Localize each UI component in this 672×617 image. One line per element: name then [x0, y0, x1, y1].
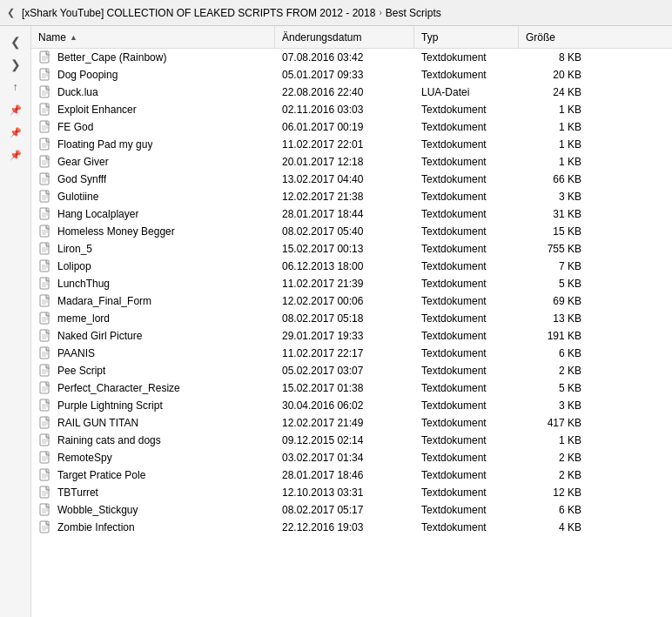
table-row[interactable]: Exploit Enhancer 02.11.2016 03:03 Textdo…	[31, 101, 672, 118]
file-type-label: Textdokument	[414, 225, 519, 238]
file-type-label: Textdokument	[414, 486, 519, 499]
file-type-label: Textdokument	[414, 156, 519, 168]
table-row[interactable]: Lolipop 06.12.2013 18:00 Textdokument 7 …	[31, 258, 672, 275]
back-icon[interactable]: ❮	[7, 33, 24, 50]
file-name: Purple Lightning Script	[57, 399, 163, 412]
table-row[interactable]: Pee Script 05.02.2017 03:07 Textdokument…	[31, 362, 672, 379]
file-size: 2 KB	[519, 469, 588, 481]
forward-icon[interactable]: ❯	[7, 56, 24, 73]
file-name: Zombie Infection	[57, 521, 135, 533]
table-row[interactable]: Gear Giver 20.01.2017 12:18 Textdokument…	[31, 153, 672, 171]
file-type-label: Textdokument	[414, 104, 519, 116]
pin2-icon[interactable]: 📌	[7, 124, 24, 141]
file-type-icon	[38, 346, 52, 360]
file-type-icon	[38, 468, 52, 482]
file-date: 12.10.2013 03:31	[275, 486, 414, 499]
table-row[interactable]: Duck.lua 22.08.2016 22:40 LUA-Datei 24 K…	[31, 84, 672, 101]
table-row[interactable]: meme_lord 08.02.2017 05:18 Textdokument …	[31, 310, 672, 327]
file-name: Liron_5	[57, 243, 92, 255]
column-header-row: Name ▲ Änderungsdatum Typ Größe	[31, 26, 672, 49]
table-row[interactable]: Floating Pad my guy 11.02.2017 22:01 Tex…	[31, 136, 672, 153]
file-size: 4 KB	[519, 521, 588, 533]
file-size: 5 KB	[519, 278, 588, 290]
file-date: 20.01.2017 12:18	[275, 156, 414, 168]
file-size: 6 KB	[519, 347, 588, 359]
table-row[interactable]: Homeless Money Begger 08.02.2017 05:40 T…	[31, 223, 672, 240]
file-name: Gulotiine	[57, 191, 98, 203]
table-row[interactable]: Madara_Final_Form 12.02.2017 00:06 Textd…	[31, 292, 672, 310]
table-row[interactable]: Gulotiine 12.02.2017 21:38 Textdokument …	[31, 188, 672, 205]
pin3-icon[interactable]: 📌	[7, 146, 24, 164]
file-type-label: Textdokument	[414, 260, 519, 272]
file-size: 1 KB	[519, 104, 588, 116]
file-type-icon	[38, 190, 52, 204]
file-name: God Synfff	[57, 173, 106, 185]
table-row[interactable]: RemoteSpy 03.02.2017 01:34 Textdokument …	[31, 449, 672, 466]
breadcrumb-crumb1[interactable]: [xShark YouTube] COLLECTION OF LEAKED SC…	[22, 7, 375, 19]
table-row[interactable]: Better_Cape (Rainbow) 07.08.2016 03:42 T…	[31, 49, 672, 66]
file-size: 15 KB	[519, 225, 588, 238]
file-type-label: Textdokument	[414, 312, 519, 325]
table-row[interactable]: Dog Pooping 05.01.2017 09:33 Textdokumen…	[31, 66, 672, 84]
file-size: 13 KB	[519, 312, 588, 325]
col-header-size[interactable]: Größe	[519, 26, 588, 48]
file-name: FE God	[57, 121, 93, 133]
file-type-label: Textdokument	[414, 504, 519, 516]
file-name: RAIL GUN TITAN	[57, 417, 138, 429]
file-type-icon	[38, 520, 52, 534]
file-size: 20 KB	[519, 69, 588, 81]
table-row[interactable]: RAIL GUN TITAN 12.02.2017 21:49 Textdoku…	[31, 414, 672, 432]
table-row[interactable]: God Synfff 13.02.2017 04:40 Textdokument…	[31, 171, 672, 188]
file-size: 1 KB	[519, 156, 588, 168]
file-type-label: Textdokument	[414, 295, 519, 307]
file-date: 12.02.2017 00:06	[275, 295, 414, 307]
table-row[interactable]: Naked Girl Picture 29.01.2017 19:33 Text…	[31, 327, 672, 345]
col-header-date[interactable]: Änderungsdatum	[275, 26, 414, 48]
table-row[interactable]: LunchThug 11.02.2017 21:39 Textdokument …	[31, 275, 672, 292]
file-type-label: Textdokument	[414, 208, 519, 220]
file-size: 24 KB	[519, 86, 588, 98]
file-date: 07.08.2016 03:42	[275, 51, 414, 64]
file-type-label: Textdokument	[414, 417, 519, 429]
file-name: TBTurret	[57, 486, 98, 499]
file-name: Floating Pad my guy	[57, 138, 152, 151]
file-date: 08.02.2017 05:17	[275, 504, 414, 516]
table-row[interactable]: Zombie Infection 22.12.2016 19:03 Textdo…	[31, 519, 672, 536]
file-size: 191 KB	[519, 330, 588, 342]
file-type-label: Textdokument	[414, 191, 519, 203]
file-type-label: Textdokument	[414, 469, 519, 481]
file-type-icon	[38, 294, 52, 308]
file-type-icon	[38, 85, 52, 99]
table-row[interactable]: PAANIS 11.02.2017 22:17 Textdokument 6 K…	[31, 345, 672, 362]
table-row[interactable]: TBTurret 12.10.2013 03:31 Textdokument 1…	[31, 484, 672, 501]
breadcrumb-separator: ›	[379, 8, 381, 17]
file-name: meme_lord	[57, 312, 110, 325]
pin1-icon[interactable]: 📌	[7, 101, 24, 118]
file-date: 28.01.2017 18:46	[275, 469, 414, 481]
file-date: 06.12.2013 18:00	[275, 260, 414, 272]
table-row[interactable]: Target Pratice Pole 28.01.2017 18:46 Tex…	[31, 466, 672, 484]
file-name: Lolipop	[57, 260, 91, 272]
back-nav-icon[interactable]: ❮	[7, 7, 15, 18]
col-header-name[interactable]: Name ▲	[31, 26, 275, 48]
file-type-icon	[38, 312, 52, 325]
file-date: 08.02.2017 05:18	[275, 312, 414, 325]
up-icon[interactable]: ↑	[7, 78, 24, 96]
file-size: 417 KB	[519, 417, 588, 429]
table-row[interactable]: Wobble_Stickguy 08.02.2017 05:17 Textdok…	[31, 501, 672, 519]
table-row[interactable]: Raining cats and dogs 09.12.2015 02:14 T…	[31, 432, 672, 449]
table-row[interactable]: Hang Localplayer 28.01.2017 18:44 Textdo…	[31, 205, 672, 223]
file-date: 03.02.2017 01:34	[275, 452, 414, 464]
col-header-type[interactable]: Typ	[414, 26, 519, 48]
breadcrumb-crumb2[interactable]: Best Scripts	[386, 7, 441, 19]
table-row[interactable]: Perfect_Character_Resize 15.02.2017 01:3…	[31, 379, 672, 397]
file-type-label: Textdokument	[414, 69, 519, 81]
file-type-icon	[38, 503, 52, 517]
file-size: 3 KB	[519, 191, 588, 203]
file-type-icon	[38, 277, 52, 291]
file-date: 11.02.2017 22:17	[275, 347, 414, 359]
file-type-label: Textdokument	[414, 51, 519, 64]
table-row[interactable]: Purple Lightning Script 30.04.2016 06:02…	[31, 397, 672, 414]
table-row[interactable]: Liron_5 15.02.2017 00:13 Textdokument 75…	[31, 240, 672, 258]
table-row[interactable]: FE God 06.01.2017 00:19 Textdokument 1 K…	[31, 118, 672, 136]
